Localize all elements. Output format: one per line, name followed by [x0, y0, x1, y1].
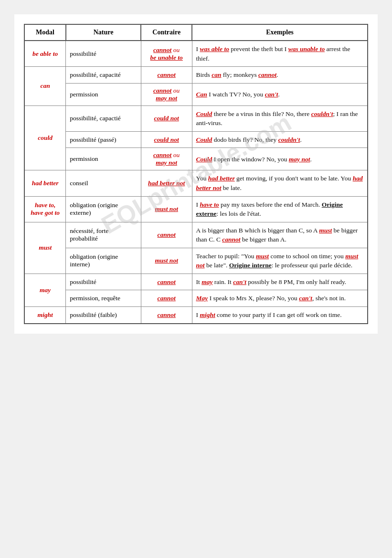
- modal-word: be able to: [32, 50, 58, 57]
- example-cell: Could I open the window? No, you may not…: [192, 148, 368, 170]
- example-text: It may rain. It can't possibly be 8 PM, …: [196, 278, 347, 285]
- table-row: could possibilité, capactié could not Co…: [24, 105, 368, 131]
- contraire-cell: cannot oumay not: [141, 83, 192, 105]
- nature-cell: obligation (origine interne): [66, 248, 141, 274]
- modal-cell: be able to: [24, 41, 66, 67]
- example-cell: Birds can fly; monkeys cannot.: [192, 67, 368, 84]
- nature-cell: possibilité, capactié: [66, 105, 141, 131]
- nature-cell: permission, requête: [66, 290, 141, 307]
- example-text: I was able to prevent the theft but I wa…: [196, 45, 350, 62]
- modal-cell: can: [24, 67, 66, 106]
- modal-word: have to,have got to: [31, 201, 60, 216]
- modal-cell: must: [24, 222, 66, 274]
- table-row: might possibilité (faible) cannot I migh…: [24, 307, 368, 324]
- contraire-cell: cannot: [141, 274, 192, 290]
- header-nature: Nature: [66, 24, 141, 41]
- modal-word: can: [41, 82, 50, 89]
- page: EQLprintable.com Modal Nature Contraire …: [14, 14, 378, 334]
- example-cell: A is bigger than B which is bigger than …: [192, 222, 368, 248]
- example-cell: It may rain. It can't possibly be 8 PM, …: [192, 274, 368, 290]
- example-text: Could dodo birds fly? No, they couldn't.: [196, 136, 302, 143]
- nature-cell: permission: [66, 148, 141, 170]
- contraire-word: could not: [154, 136, 179, 143]
- contraire-word: had better not: [148, 179, 185, 187]
- example-cell: I might come to your party if I can get …: [192, 307, 368, 324]
- modal-cell: have to,have got to: [24, 196, 66, 222]
- example-text: You had better get moving, if you don't …: [196, 175, 363, 191]
- contraire-cell: cannot: [141, 222, 192, 248]
- example-cell: Teacher to pupil: "You must come to scho…: [192, 248, 368, 274]
- nature-cell: possibilité, capacité: [66, 67, 141, 84]
- example-text: Could there be a virus in this file? No,…: [196, 110, 358, 127]
- example-text: Can I watch TV? No, you can't.: [196, 91, 280, 98]
- header-contraire: Contraire: [141, 24, 192, 41]
- nature-cell: nécessité, forte probabilité: [66, 222, 141, 248]
- contraire-word: cannot: [158, 71, 176, 78]
- example-text: Birds can fly; monkeys cannot.: [196, 71, 278, 78]
- contraire-cell: had better not: [141, 170, 192, 196]
- nature-cell: possibilité (faible): [66, 307, 141, 324]
- contraire-word: cannot: [158, 231, 176, 238]
- example-cell: Can I watch TV? No, you can't.: [192, 83, 368, 105]
- contraire-cell: must not: [141, 248, 192, 274]
- contraire-word: must not: [155, 205, 178, 212]
- contraire-word: cannot: [158, 311, 176, 318]
- contraire-cell: cannot: [141, 67, 192, 84]
- nature-cell: possibilité (passé): [66, 131, 141, 148]
- table-row: permission cannot oumay not Can I watch …: [24, 83, 368, 105]
- table-row: obligation (origine interne) must not Te…: [24, 248, 368, 274]
- nature-cell: permission: [66, 83, 141, 105]
- header-modal: Modal: [24, 24, 66, 41]
- modal-word: had better: [32, 179, 59, 187]
- modal-word: may: [40, 286, 51, 294]
- example-cell: May I speak to Mrs X, please? No, you ca…: [192, 290, 368, 307]
- contraire-cell: could not: [141, 105, 192, 131]
- contraire-cell: cannot oumay not: [141, 148, 192, 170]
- example-text: I have to pay my taxes before the end of…: [196, 201, 343, 218]
- example-cell: Could dodo birds fly? No, they couldn't.: [192, 131, 368, 148]
- contraire-cell: must not: [141, 196, 192, 222]
- modal-cell: could: [24, 105, 66, 170]
- modal-word: must: [39, 244, 52, 251]
- table-row: had better conseil had better not You ha…: [24, 170, 368, 196]
- example-text: Teacher to pupil: "You must come to scho…: [196, 253, 359, 269]
- example-cell: You had better get moving, if you don't …: [192, 170, 368, 196]
- example-cell: Could there be a virus in this file? No,…: [192, 105, 368, 131]
- modal-cell: may: [24, 274, 66, 306]
- modal-word: could: [38, 134, 53, 141]
- contraire-word: must not: [155, 257, 178, 264]
- header-exemples: Exemples: [192, 24, 368, 41]
- table-row: may possibilité cannot It may rain. It c…: [24, 274, 368, 290]
- example-text: I might come to your party if I can get …: [196, 311, 342, 318]
- nature-cell: conseil: [66, 170, 141, 196]
- table-row: must nécessité, forte probabilité cannot…: [24, 222, 368, 248]
- example-cell: I have to pay my taxes before the end of…: [192, 196, 368, 222]
- contraire-word: cannot oumay not: [153, 151, 180, 166]
- contraire-word: could not: [154, 115, 179, 122]
- contraire-word: cannot oube unable to: [150, 46, 183, 61]
- nature-cell: possibilité: [66, 41, 141, 67]
- contraire-cell: cannot: [141, 290, 192, 307]
- modal-table: Modal Nature Contraire Exemples be able …: [24, 24, 368, 324]
- example-text: Could I open the window? No, you may not…: [196, 156, 312, 163]
- contraire-cell: cannot: [141, 307, 192, 324]
- table-row: have to,have got to obligation (origine …: [24, 196, 368, 222]
- modal-word: might: [38, 311, 53, 318]
- contraire-word: cannot: [158, 295, 176, 302]
- table-row: permission cannot oumay not Could I open…: [24, 148, 368, 170]
- example-cell: I was able to prevent the theft but I wa…: [192, 41, 368, 67]
- table-row: be able to possibilité cannot oube unabl…: [24, 41, 368, 67]
- modal-cell: might: [24, 307, 66, 324]
- table-row: can possibilité, capacité cannot Birds c…: [24, 67, 368, 84]
- example-text: A is bigger than B which is bigger than …: [196, 227, 358, 243]
- modal-cell: had better: [24, 170, 66, 196]
- nature-cell: obligation (origine externe): [66, 196, 141, 222]
- nature-cell: possibilité: [66, 274, 141, 290]
- contraire-word: cannot: [158, 278, 176, 285]
- table-row: permission, requête cannot May I speak t…: [24, 290, 368, 307]
- contraire-cell: could not: [141, 131, 192, 148]
- contraire-word: cannot oumay not: [153, 87, 180, 102]
- example-text: May I speak to Mrs X, please? No, you ca…: [196, 295, 346, 302]
- contraire-cell: cannot oube unable to: [141, 41, 192, 67]
- table-row: possibilité (passé) could not Could dodo…: [24, 131, 368, 148]
